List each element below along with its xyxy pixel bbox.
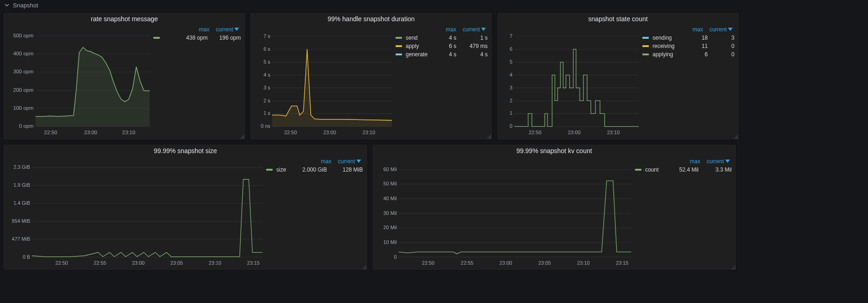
ytick: 1 s — [263, 110, 270, 116]
legend: max current 438 opm 196 opm — [153, 26, 241, 136]
ytick: 2.3 GiB — [13, 164, 30, 170]
ytick: 6 s — [263, 46, 270, 52]
legend-header-current[interactable]: current — [710, 26, 733, 33]
ytick: 100 opm — [13, 105, 34, 111]
legend-current: 0 — [711, 43, 734, 49]
panel-title[interactable]: rate snapshot message — [3, 12, 245, 24]
panel-title[interactable]: 99.99% snapshot size — [3, 144, 367, 155]
ytick: 4 — [510, 71, 513, 77]
legend-row-sending[interactable]: sending 18 3 — [642, 33, 734, 41]
panel-title[interactable]: 99% handle snapshot duration — [250, 12, 492, 24]
legend-row-size[interactable]: size 2.000 GiB 128 MiB — [266, 165, 363, 173]
resize-handle-icon[interactable] — [362, 265, 367, 269]
panel-state-count: snapshot state count 0 1 — [496, 12, 740, 140]
chart-rate[interactable]: 0 opm 100 opm 200 opm 300 opm 400 opm 50… — [7, 26, 150, 136]
legend-name: sending — [652, 35, 682, 41]
ytick: 2 — [510, 97, 513, 103]
ytick: 0 — [394, 254, 397, 259]
panel-snapshot-size: 99.99% snapshot size 0 B 477 MiB 954 MiB — [3, 144, 368, 271]
chart-duration[interactable]: 0 ns 1 s 2 s 3 s 4 s 5 s 6 s 7 s 22:50 2… — [254, 26, 392, 136]
ytick: 2 s — [263, 97, 270, 103]
legend-row-applying[interactable]: applying 6 0 — [642, 49, 734, 58]
ytick: 500 opm — [13, 33, 34, 38]
legend-row[interactable]: 438 opm 196 opm — [153, 33, 241, 41]
legend-header-current[interactable]: current — [338, 158, 361, 165]
legend-row-apply[interactable]: apply 6 s 479 ms — [396, 41, 488, 49]
xtick: 22:50 — [529, 130, 542, 135]
resize-handle-icon[interactable] — [731, 265, 735, 269]
legend-name: count — [645, 166, 665, 173]
resize-handle-icon[interactable] — [487, 134, 491, 139]
ytick: 60 Mil — [384, 166, 397, 172]
legend: max current send 4 s 1 s apply 6 s — [396, 26, 488, 136]
xtick: 23:10 — [607, 130, 620, 135]
ytick: 1 — [510, 110, 513, 116]
legend-swatch — [266, 169, 273, 171]
legend-row-generate[interactable]: generate 4 s 4 s — [396, 49, 488, 58]
legend-row-receiving[interactable]: receiving 11 0 — [642, 41, 734, 49]
ytick: 400 opm — [13, 51, 34, 56]
legend-header-max[interactable]: max — [693, 26, 703, 33]
legend-max: 2.000 GiB — [298, 166, 327, 173]
legend-row-send[interactable]: send 4 s 1 s — [396, 33, 488, 41]
resize-handle-icon[interactable] — [734, 134, 738, 139]
legend-name: apply — [406, 43, 435, 49]
panel-title[interactable]: snapshot state count — [497, 12, 739, 24]
xtick: 23:05 — [170, 260, 183, 266]
legend-header-max[interactable]: max — [446, 26, 456, 33]
legend-header-current[interactable]: current — [216, 26, 239, 33]
ytick: 30 Mil — [384, 210, 397, 215]
legend-header-max[interactable]: max — [690, 158, 700, 165]
legend-max: 52.4 Mil — [669, 166, 699, 173]
legend-current: 3.3 Mil — [702, 166, 732, 173]
resize-handle-icon[interactable] — [240, 134, 245, 139]
chart-state[interactable]: 0 1 2 3 4 5 6 7 22:50 23:00 23:10 — [501, 26, 639, 136]
panel-handle-duration: 99% handle snapshot duration 0 ns — [250, 12, 493, 140]
ytick: 20 Mil — [384, 225, 397, 230]
legend-max: 6 s — [439, 43, 456, 49]
xtick: 23:15 — [616, 260, 629, 266]
ytick: 0 ns — [261, 123, 270, 129]
legend-row-count[interactable]: count 52.4 Mil 3.3 Mil — [635, 165, 732, 173]
ytick: 3 — [510, 84, 513, 90]
ytick: 0 B — [23, 254, 30, 259]
xtick: 23:10 — [362, 130, 375, 135]
legend-header-max[interactable]: max — [199, 26, 210, 33]
ytick: 0 — [510, 123, 513, 129]
ytick: 3 s — [263, 84, 270, 90]
ytick: 40 Mil — [384, 196, 397, 201]
legend-max: 4 s — [439, 35, 456, 41]
ytick: 10 Mil — [384, 239, 397, 245]
xtick: 22:50 — [422, 260, 434, 266]
legend-swatch — [396, 45, 402, 47]
xtick: 22:50 — [44, 130, 57, 135]
xtick: 23:10 — [577, 260, 589, 266]
chart-size[interactable]: 0 B 477 MiB 954 MiB 1.4 GiB 1.9 GiB 2.3 … — [7, 158, 262, 267]
ytick: 0 opm — [19, 123, 34, 129]
legend-header-current[interactable]: current — [463, 26, 486, 33]
xtick: 23:00 — [568, 130, 581, 135]
ytick: 954 MiB — [12, 218, 30, 224]
legend-current: 479 ms — [460, 43, 488, 49]
legend-name: receiving — [652, 43, 682, 49]
legend-swatch — [642, 37, 649, 39]
legend-swatch — [635, 169, 641, 171]
xtick: 23:00 — [323, 130, 336, 135]
ytick: 6 — [510, 46, 513, 52]
chart-kv[interactable]: 0 10 Mil 20 Mil 30 Mil 40 Mil 50 Mil 60 … — [376, 158, 631, 267]
legend: max current size 2.000 GiB 128 MiB — [266, 158, 363, 267]
legend-max: 11 — [686, 43, 708, 49]
panel-row-2: 99.99% snapshot size 0 B 477 MiB 954 MiB — [0, 142, 868, 273]
ytick: 200 opm — [13, 87, 34, 93]
legend-header-current[interactable]: current — [707, 158, 730, 165]
panel-title[interactable]: 99.99% snapshot kv count — [372, 144, 736, 155]
legend-header-max[interactable]: max — [321, 158, 332, 165]
panel-rate-snapshot-message: rate snapshot message 0 opm 100 opm 200 … — [3, 12, 246, 140]
legend-name: applying — [652, 51, 682, 58]
legend-max: 6 — [686, 51, 708, 58]
legend-swatch — [396, 53, 402, 55]
legend-swatch — [642, 45, 649, 47]
chevron-down-icon[interactable] — [5, 2, 9, 9]
xtick: 23:00 — [132, 260, 145, 266]
section-title[interactable]: Snapshot — [13, 2, 38, 9]
